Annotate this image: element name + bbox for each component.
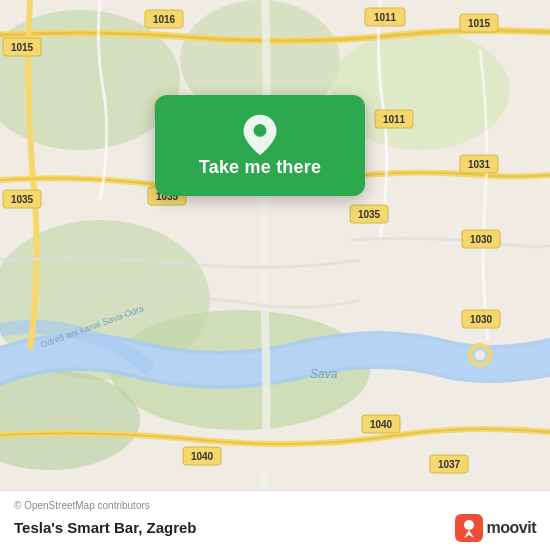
svg-text:1035: 1035 xyxy=(11,194,34,205)
svg-point-43 xyxy=(464,520,474,530)
svg-text:1040: 1040 xyxy=(370,419,393,430)
svg-point-41 xyxy=(254,124,267,137)
moovit-icon xyxy=(455,514,483,542)
svg-text:1040: 1040 xyxy=(191,451,214,462)
svg-text:1015: 1015 xyxy=(11,42,34,53)
bottom-bar: © OpenStreetMap contributors Tesla's Sma… xyxy=(0,490,550,550)
svg-text:1016: 1016 xyxy=(153,14,176,25)
place-name-row: Tesla's Smart Bar, Zagreb moovit xyxy=(14,514,536,542)
osm-attribution: © OpenStreetMap contributors xyxy=(14,500,536,511)
map-container: 1011 1016 1015 1015 1016 1011 1031 1035 … xyxy=(0,0,550,490)
take-me-there-card[interactable]: Take me there xyxy=(155,95,365,196)
map-background: 1011 1016 1015 1015 1016 1011 1031 1035 … xyxy=(0,0,550,490)
svg-text:1030: 1030 xyxy=(470,314,493,325)
svg-text:1030: 1030 xyxy=(470,234,493,245)
svg-text:1011: 1011 xyxy=(383,114,406,125)
svg-text:Sava: Sava xyxy=(310,367,338,381)
place-name: Tesla's Smart Bar, Zagreb xyxy=(14,519,197,536)
svg-point-40 xyxy=(475,350,485,360)
moovit-text: moovit xyxy=(487,519,536,537)
svg-text:1035: 1035 xyxy=(358,209,381,220)
svg-text:1037: 1037 xyxy=(438,459,461,470)
svg-text:1011: 1011 xyxy=(374,12,397,23)
svg-text:1031: 1031 xyxy=(468,159,491,170)
moovit-logo[interactable]: moovit xyxy=(455,514,536,542)
take-me-there-button[interactable]: Take me there xyxy=(199,157,321,178)
pin-svg xyxy=(240,113,280,157)
svg-text:1015: 1015 xyxy=(468,18,491,29)
